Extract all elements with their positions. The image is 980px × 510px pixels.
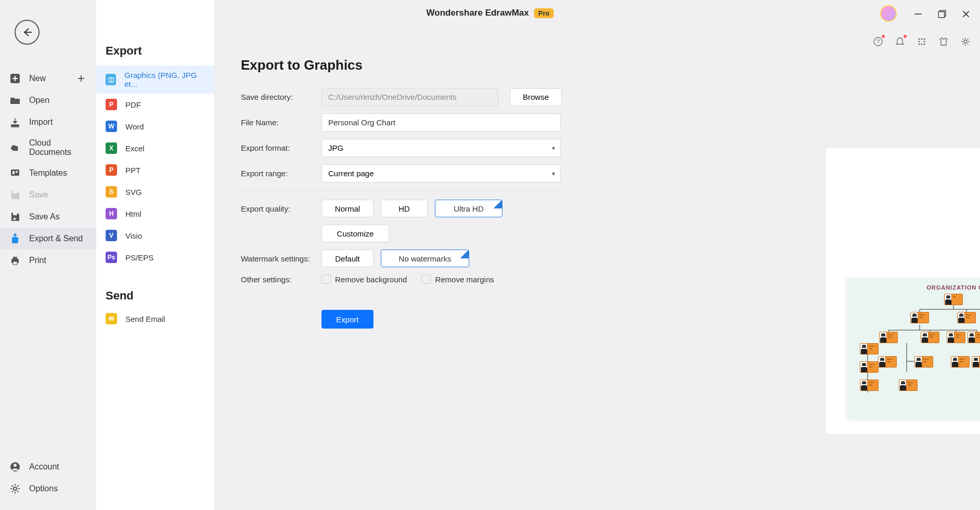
quality-customize-button[interactable]: Customize (321, 225, 389, 242)
svg-point-7 (919, 38, 920, 40)
svg-rect-26 (13, 261, 17, 265)
nav-saveas[interactable]: Save As (0, 206, 96, 228)
org-node: NameTitle (878, 356, 897, 368)
cloud-icon (9, 142, 21, 153)
export-button[interactable]: Export (321, 310, 373, 329)
nav-label: Export & Send (29, 234, 83, 243)
svg-point-9 (924, 38, 925, 40)
saveas-icon (9, 211, 21, 223)
user-avatar[interactable] (880, 5, 897, 22)
mid-label: SVG (125, 188, 142, 197)
org-node: NameTitle (957, 312, 976, 323)
print-icon (9, 255, 21, 266)
nav-label: Import (29, 117, 53, 127)
mid-label: Word (125, 122, 144, 131)
svg-rect-21 (13, 191, 17, 193)
send-header: Send (96, 268, 214, 308)
plus-icon[interactable] (75, 73, 87, 84)
range-select[interactable]: Current page (321, 164, 561, 182)
export-icon (9, 233, 21, 244)
export-type-panel: Export ◫Graphics (PNG, JPG et... PPDF WW… (96, 0, 215, 510)
form-title: Export to Graphics (241, 57, 954, 73)
gear-icon (9, 483, 21, 494)
image-icon: ◫ (106, 74, 116, 85)
export-graphics[interactable]: ◫Graphics (PNG, JPG et... (96, 66, 214, 94)
arrow-left-icon (21, 27, 33, 38)
nav-open[interactable]: Open (0, 89, 96, 111)
back-button[interactable] (15, 20, 40, 45)
mid-label: Excel (125, 144, 145, 153)
quality-normal-button[interactable]: Normal (321, 200, 373, 217)
nav-cloud[interactable]: Cloud Documents (0, 133, 96, 162)
export-form: Export to Graphics Save directory: Brows… (215, 57, 980, 510)
grid-icon[interactable] (917, 36, 927, 47)
nav-account[interactable]: Account (0, 456, 96, 478)
export-pdf[interactable]: PPDF (96, 94, 214, 115)
org-node: NameTitle (899, 380, 918, 391)
org-node: NameTitle (947, 332, 965, 343)
nav-import[interactable]: Import (0, 111, 96, 133)
org-node: Na.... (944, 294, 963, 305)
format-label: Export format: (241, 143, 321, 152)
watermark-none-button[interactable]: No watermarks (381, 250, 469, 267)
format-select[interactable]: JPG (321, 139, 561, 157)
quality-ultrahd-button[interactable]: Ultra HD (435, 200, 502, 217)
mail-icon: ✉ (106, 313, 117, 324)
export-pseps[interactable]: PsPS/EPS (96, 246, 214, 268)
export-word[interactable]: WWord (96, 115, 214, 137)
filename-input[interactable] (321, 113, 561, 132)
check-icon (494, 200, 502, 208)
watermark-label: Watermark settings: (241, 254, 321, 263)
nav-options[interactable]: Options (0, 478, 96, 500)
shirt-icon[interactable] (938, 36, 949, 47)
svg-rect-18 (11, 169, 19, 176)
pdf-icon: P (106, 99, 117, 110)
quality-hd-button[interactable]: HD (381, 200, 428, 217)
svg-point-29 (14, 487, 17, 490)
close-button[interactable] (961, 9, 971, 19)
excel-icon: X (106, 142, 117, 154)
check-label: Remove margins (435, 275, 494, 284)
svg-rect-19 (12, 171, 15, 174)
word-icon: W (106, 121, 117, 132)
export-ppt[interactable]: PPPT (96, 159, 214, 181)
export-excel[interactable]: XExcel (96, 137, 214, 159)
remove-bg-checkbox[interactable]: Remove background (321, 274, 407, 284)
nav-new[interactable]: New (0, 68, 96, 89)
minimize-button[interactable] (913, 9, 923, 19)
mid-label: Send Email (125, 315, 165, 323)
remove-margins-checkbox[interactable]: Remove margins (421, 274, 494, 284)
pro-badge: Pro (534, 8, 554, 18)
nav-label: New (29, 74, 46, 83)
nav-export-send[interactable]: Export & Send (0, 228, 96, 250)
org-node: NameTitle (860, 361, 879, 373)
nav-templates[interactable]: Templates (0, 162, 96, 184)
nav-label: Save (29, 190, 48, 200)
export-visio[interactable]: VVisio (96, 225, 214, 246)
svg-point-11 (924, 41, 925, 43)
gear-icon[interactable] (960, 36, 971, 47)
svg-point-8 (921, 38, 923, 40)
html-icon: H (106, 208, 117, 219)
other-label: Other settings: (241, 275, 321, 284)
nav-bottom: Account Options (0, 456, 96, 500)
org-node: NameTitle (951, 356, 970, 368)
bell-icon[interactable] (895, 36, 905, 47)
export-svg[interactable]: SSVG (96, 181, 214, 203)
select-value: JPG (328, 143, 343, 152)
help-icon[interactable]: ? (873, 36, 883, 47)
send-email[interactable]: ✉Send Email (96, 308, 214, 330)
check-icon (460, 250, 469, 258)
app-title: Wondershare EdrawMax (427, 8, 529, 18)
select-value: Current page (328, 169, 374, 178)
export-html[interactable]: HHtml (96, 203, 214, 225)
maximize-button[interactable] (937, 9, 947, 19)
ps-icon: Ps (106, 252, 117, 263)
watermark-default-button[interactable]: Default (321, 250, 373, 267)
save-icon (9, 189, 21, 201)
org-node: NameTitle (968, 332, 980, 343)
nav-print[interactable]: Print (0, 250, 96, 271)
browse-button[interactable]: Browse (510, 88, 562, 106)
divider (241, 190, 563, 190)
btn-label: No watermarks (399, 254, 452, 263)
